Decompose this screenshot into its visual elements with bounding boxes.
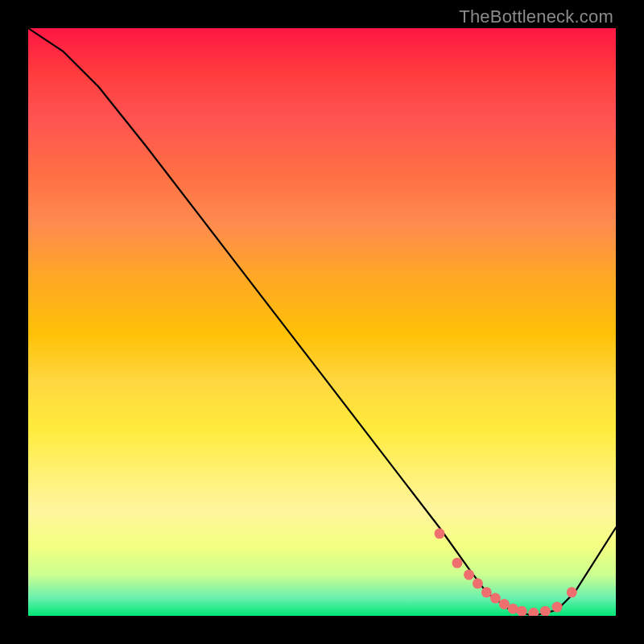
chart-frame: TheBottleneck.com [0, 0, 644, 644]
highlight-dots [435, 528, 577, 616]
highlight-dot [473, 578, 483, 588]
plot-area [28, 28, 616, 616]
highlight-dot [435, 528, 445, 539]
highlight-dot [517, 606, 527, 616]
highlight-dot [490, 593, 501, 604]
highlight-dot [567, 587, 577, 597]
highlight-dot [452, 558, 462, 568]
highlight-dot [499, 599, 510, 609]
highlight-dot [528, 608, 539, 616]
highlight-dot [508, 604, 518, 614]
watermark-text: TheBottleneck.com [459, 6, 613, 27]
chart-svg [28, 28, 616, 616]
highlight-dot [481, 587, 492, 597]
highlight-dot [552, 602, 563, 613]
highlight-dot [464, 569, 474, 580]
bottleneck-curve [28, 28, 616, 616]
highlight-dot [540, 606, 551, 616]
